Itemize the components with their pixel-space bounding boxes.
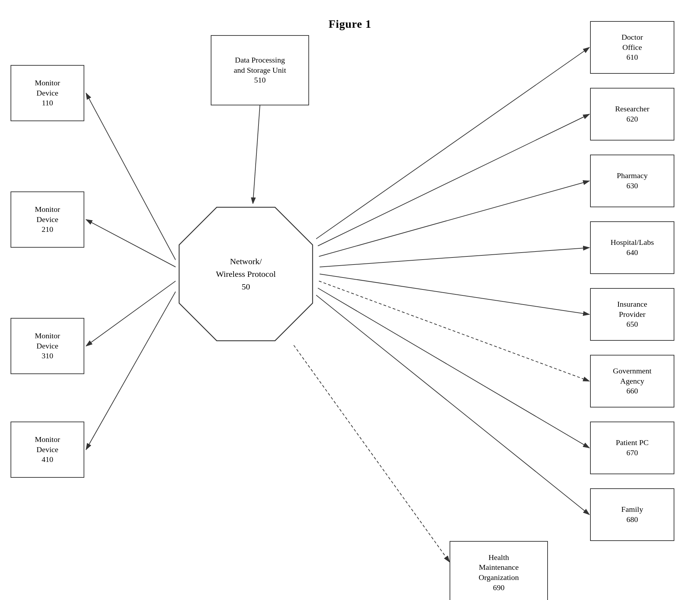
- monitor-210: Monitor Device 210: [11, 191, 84, 248]
- svg-line-6: [253, 105, 260, 204]
- network-50: Network/Wireless Protocol50: [176, 204, 316, 344]
- diagram: Figure 1: [0, 0, 700, 600]
- data-processing-510: Data Processing and Storage Unit 510: [211, 35, 309, 105]
- monitor-310: Monitor Device 310: [11, 318, 84, 374]
- svg-line-7: [316, 47, 589, 239]
- doctor-office-610: Doctor Office 610: [590, 21, 674, 74]
- svg-line-3: [86, 220, 176, 267]
- svg-line-4: [86, 281, 176, 346]
- hmo-690: Health Maintenance Organization 690: [450, 541, 548, 600]
- svg-line-8: [318, 114, 589, 246]
- patient-pc-670: Patient PC 670: [590, 422, 674, 474]
- hospital-labs-640: Hospital/Labs 640: [590, 221, 674, 274]
- researcher-620: Researcher 620: [590, 88, 674, 141]
- monitor-410: Monitor Device 410: [11, 422, 84, 478]
- svg-line-15: [288, 337, 450, 562]
- svg-line-12: [319, 281, 589, 381]
- government-agency-660: Government Agency 660: [590, 355, 674, 407]
- family-680: Family 680: [590, 488, 674, 541]
- pharmacy-630: Pharmacy 630: [590, 155, 674, 207]
- svg-line-14: [316, 295, 589, 515]
- svg-line-10: [320, 248, 589, 267]
- svg-line-5: [86, 292, 176, 450]
- svg-line-9: [319, 181, 589, 256]
- svg-line-13: [318, 288, 589, 448]
- insurance-provider-650: Insurance Provider 650: [590, 288, 674, 341]
- svg-line-11: [320, 274, 589, 314]
- svg-line-2: [86, 93, 176, 260]
- monitor-110: Monitor Device 110: [11, 65, 84, 121]
